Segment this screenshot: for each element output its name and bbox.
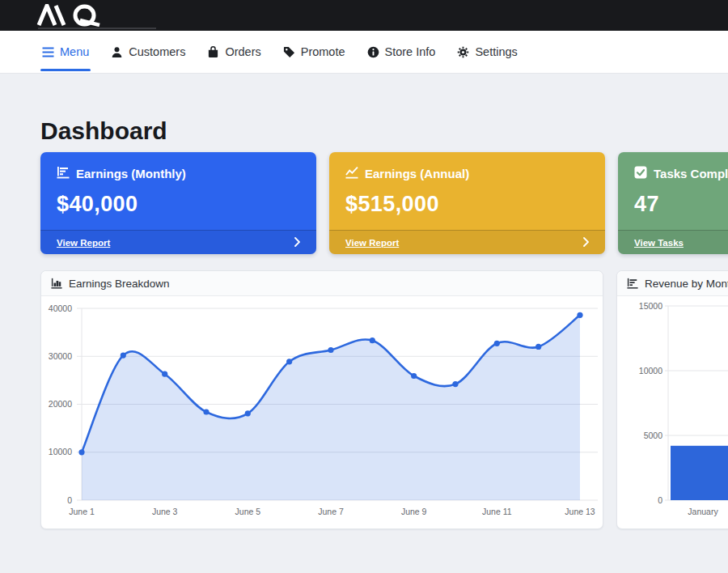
brand-logo-icon[interactable] [36,4,106,27]
svg-text:20000: 20000 [49,399,72,409]
view-tasks-link[interactable]: View Tasks [618,230,728,254]
charts-row: Earnings Breakdown 010000200003000040000… [40,270,688,529]
view-report-link[interactable]: View Report [40,230,316,254]
nav-label: Orders [225,45,260,58]
tag-icon [283,46,295,58]
svg-text:0: 0 [67,495,72,505]
svg-text:30000: 30000 [49,351,72,361]
nav-item-store-info[interactable]: Store Info [367,31,436,73]
active-tab-underline [40,69,91,71]
nav-item-promote[interactable]: Promote [283,31,345,73]
logo-stroke-slash [56,6,64,25]
stat-card-value: $40,000 [57,192,300,217]
svg-text:40000: 40000 [49,303,72,313]
bar-chart-icon [51,278,62,289]
stat-card-body: Tasks Completed 47 [618,152,728,230]
stat-card-earnings-monthly: Earnings (Monthly) $40,000 View Report [40,152,316,254]
stat-card-value: $515,000 [345,192,589,217]
chevron-right-icon [294,236,300,250]
stat-link-label: View Tasks [634,238,684,248]
hamburger-menu-icon [42,47,54,57]
svg-text:June 9: June 9 [401,507,427,516]
info-circle-icon [367,46,379,58]
chart-card-title: Revenue by Month [645,278,728,290]
chevron-right-icon [583,236,589,250]
svg-text:June 5: June 5 [235,507,261,516]
svg-text:June 11: June 11 [482,507,512,516]
stat-link-label: View Report [57,238,110,248]
page-title: Dashboard [40,117,688,145]
stat-card-title: Earnings (Monthly) [76,167,186,180]
earnings-breakdown-header: Earnings Breakdown [41,271,603,296]
svg-text:10000: 10000 [49,447,72,456]
nav-item-orders[interactable]: Orders [207,31,260,73]
logo-underline [38,28,156,29]
bar-chart-icon [627,278,638,289]
check-square-icon [634,166,647,181]
nav-item-menu[interactable]: Menu [42,31,89,73]
shopping-bag-icon [207,46,219,58]
svg-text:15000: 15000 [639,301,662,311]
revenue-by-month-bar-chart: 050001000015000January [617,296,728,529]
svg-text:June 13: June 13 [565,507,595,516]
svg-text:10000: 10000 [639,366,662,376]
gear-icon [457,46,469,58]
stat-card-value: 47 [634,192,728,217]
logo-stroke-caret [39,6,55,25]
stat-card-tasks-completed: Tasks Completed 47 View Tasks [618,152,728,254]
svg-text:June 3: June 3 [152,507,178,516]
nav-label: Store Info [385,45,436,58]
stat-card-row: Earnings (Monthly) $40,000 View Report E… [40,152,688,254]
earnings-breakdown-line-chart: 010000200003000040000June 1June 3June 5J… [41,296,603,529]
nav-item-customers[interactable]: Customers [111,31,185,73]
main-content: Dashboard Earnings (Monthly) $40,000 Vie… [0,117,728,529]
nav-label: Menu [60,45,89,58]
stat-card-title: Tasks Completed [654,167,728,180]
user-icon [111,46,123,58]
nav-label: Promote [301,45,345,58]
nav-label: Customers [129,45,185,58]
svg-text:January: January [688,507,718,516]
nav-item-settings[interactable]: Settings [457,31,517,73]
svg-text:5000: 5000 [644,431,663,440]
line-chart-icon [345,166,358,181]
stat-card-earnings-annual: Earnings (Annual) $515,000 View Report [329,152,605,254]
main-navbar: Menu Customers Orders Promote Store Info… [0,31,728,74]
revenue-by-month-header: Revenue by Month [617,271,728,296]
stat-card-body: Earnings (Annual) $515,000 [329,152,605,230]
view-report-link[interactable]: View Report [329,230,605,254]
svg-text:June 7: June 7 [318,507,344,516]
svg-text:June 1: June 1 [69,507,95,516]
stat-card-body: Earnings (Monthly) $40,000 [40,152,316,230]
bar-chart-icon [57,166,70,181]
earnings-breakdown-card: Earnings Breakdown 010000200003000040000… [40,270,603,529]
stat-card-title: Earnings (Annual) [365,167,469,180]
revenue-by-month-card: Revenue by Month 050001000015000January [616,270,728,529]
nav-label: Settings [475,45,517,58]
svg-text:0: 0 [658,495,662,505]
topbar [0,0,728,31]
chart-card-title: Earnings Breakdown [69,278,170,290]
stat-link-label: View Report [345,238,399,248]
